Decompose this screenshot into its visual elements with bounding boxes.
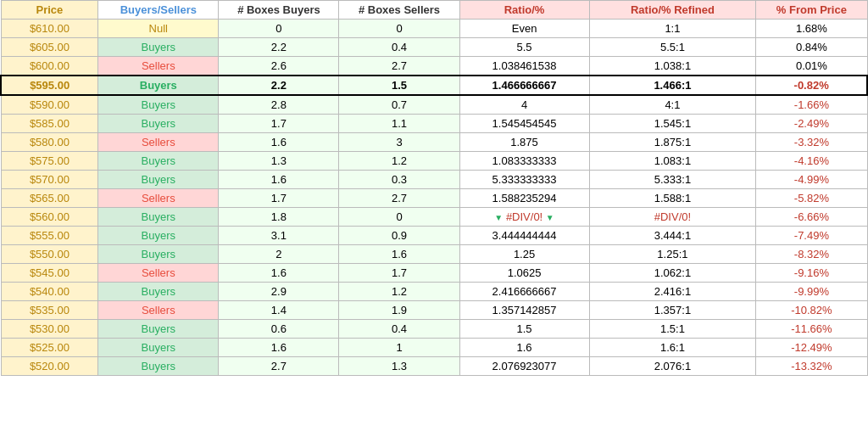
cell-buyers-sellers: Null bbox=[98, 20, 219, 38]
cell-boxes-sellers: 1 bbox=[339, 339, 459, 357]
cell-boxes-buyers: 1.6 bbox=[219, 171, 339, 189]
cell-boxes-sellers: 1.9 bbox=[339, 301, 459, 320]
cell-boxes-buyers: 1.6 bbox=[219, 339, 339, 357]
table-row: $555.00Buyers3.10.93.4444444443.444:1-7.… bbox=[1, 227, 867, 245]
cell-ratio: 2.416666667 bbox=[459, 283, 589, 301]
cell-from-price: -3.32% bbox=[756, 133, 867, 152]
cell-boxes-buyers: 1.3 bbox=[219, 152, 339, 171]
cell-buyers-sellers: Buyers bbox=[98, 38, 219, 57]
cell-price: $560.00 bbox=[1, 208, 98, 227]
table-row: $580.00Sellers1.631.8751.875:1-3.32% bbox=[1, 133, 867, 152]
cell-boxes-buyers: 3.1 bbox=[219, 227, 339, 245]
cell-from-price: 1.68% bbox=[756, 20, 867, 38]
table-row: $575.00Buyers1.31.21.0833333331.083:1-4.… bbox=[1, 152, 867, 171]
table-row: $540.00Buyers2.91.22.4166666672.416:1-9.… bbox=[1, 283, 867, 301]
cell-ratio-refined: 2.416:1 bbox=[589, 283, 756, 301]
cell-ratio-refined: 5.333:1 bbox=[589, 171, 756, 189]
cell-boxes-sellers: 0.4 bbox=[339, 320, 459, 339]
table-row: $565.00Sellers1.72.71.5882352941.588:1-5… bbox=[1, 189, 867, 208]
cell-ratio: 5.333333333 bbox=[459, 171, 589, 189]
table-row: $610.00Null00Even1:11.68% bbox=[1, 20, 867, 38]
cell-boxes-sellers: 1.6 bbox=[339, 245, 459, 264]
cell-ratio: 3.444444444 bbox=[459, 227, 589, 245]
div0-value: #DIV/0! bbox=[506, 210, 542, 223]
cell-ratio-refined: 1.5:1 bbox=[589, 320, 756, 339]
cell-from-price: -1.66% bbox=[756, 95, 867, 115]
cell-from-price: -7.49% bbox=[756, 227, 867, 245]
cell-ratio-refined: 1.466:1 bbox=[589, 76, 756, 95]
cell-buyers-sellers: Buyers bbox=[98, 320, 219, 339]
cell-boxes-sellers: 0.7 bbox=[339, 95, 459, 115]
header-ratio-refined: Ratio/% Refined bbox=[589, 1, 756, 20]
cell-boxes-sellers: 2.7 bbox=[339, 189, 459, 208]
cell-ratio-refined: 1:1 bbox=[589, 20, 756, 38]
cell-ratio-refined: 1.25:1 bbox=[589, 245, 756, 264]
cell-price: $580.00 bbox=[1, 133, 98, 152]
cell-buyers-sellers: Buyers bbox=[98, 283, 219, 301]
cell-from-price: -6.66% bbox=[756, 208, 867, 227]
cell-boxes-sellers: 0 bbox=[339, 20, 459, 38]
cell-ratio-refined: 1.083:1 bbox=[589, 152, 756, 171]
cell-price: $565.00 bbox=[1, 189, 98, 208]
cell-price: $545.00 bbox=[1, 264, 98, 283]
cell-from-price: -0.82% bbox=[756, 76, 867, 95]
cell-price: $585.00 bbox=[1, 115, 98, 133]
cell-ratio: 1.25 bbox=[459, 245, 589, 264]
cell-buyers-sellers: Buyers bbox=[98, 339, 219, 357]
cell-buyers-sellers: Sellers bbox=[98, 57, 219, 76]
cell-boxes-sellers: 0.3 bbox=[339, 171, 459, 189]
cell-from-price: -9.99% bbox=[756, 283, 867, 301]
cell-price: $520.00 bbox=[1, 357, 98, 376]
cell-price: $610.00 bbox=[1, 20, 98, 38]
div0-marker-right: ▼ bbox=[546, 213, 554, 222]
cell-boxes-buyers: 1.6 bbox=[219, 133, 339, 152]
cell-ratio-refined: 1.588:1 bbox=[589, 189, 756, 208]
cell-buyers-sellers: Buyers bbox=[98, 171, 219, 189]
cell-from-price: -8.32% bbox=[756, 245, 867, 264]
cell-buyers-sellers: Buyers bbox=[98, 152, 219, 171]
cell-ratio: 1.083333333 bbox=[459, 152, 589, 171]
cell-boxes-buyers: 0.6 bbox=[219, 320, 339, 339]
table-row: $590.00Buyers2.80.744:1-1.66% bbox=[1, 95, 867, 115]
cell-boxes-sellers: 1.3 bbox=[339, 357, 459, 376]
cell-buyers-sellers: Buyers bbox=[98, 208, 219, 227]
cell-price: $605.00 bbox=[1, 38, 98, 57]
cell-ratio-refined: 2.076:1 bbox=[589, 357, 756, 376]
header-boxes-buyers: # Boxes Buyers bbox=[219, 1, 339, 20]
cell-from-price: -2.49% bbox=[756, 115, 867, 133]
cell-boxes-sellers: 1.7 bbox=[339, 264, 459, 283]
cell-ratio-refined: 1.545:1 bbox=[589, 115, 756, 133]
header-buyers-sellers: Buyers/Sellers bbox=[98, 1, 219, 20]
table-row: $545.00Sellers1.61.71.06251.062:1-9.16% bbox=[1, 264, 867, 283]
cell-boxes-buyers: 2.9 bbox=[219, 283, 339, 301]
cell-from-price: -4.99% bbox=[756, 171, 867, 189]
header-boxes-sellers: # Boxes Sellers bbox=[339, 1, 459, 20]
cell-ratio: 2.076923077 bbox=[459, 357, 589, 376]
cell-boxes-buyers: 2.7 bbox=[219, 357, 339, 376]
cell-ratio-refined: 1.357:1 bbox=[589, 301, 756, 320]
main-table: Price Buyers/Sellers # Boxes Buyers # Bo… bbox=[0, 0, 868, 376]
cell-from-price: 0.01% bbox=[756, 57, 867, 76]
cell-ratio-refined: 1.062:1 bbox=[589, 264, 756, 283]
cell-from-price: 0.84% bbox=[756, 38, 867, 57]
cell-price: $550.00 bbox=[1, 245, 98, 264]
cell-buyers-sellers: Sellers bbox=[98, 264, 219, 283]
cell-price: $525.00 bbox=[1, 339, 98, 357]
cell-ratio-refined: 3.444:1 bbox=[589, 227, 756, 245]
table-row: $605.00Buyers2.20.45.55.5:10.84% bbox=[1, 38, 867, 57]
cell-buyers-sellers: Buyers bbox=[98, 245, 219, 264]
cell-boxes-buyers: 2.2 bbox=[219, 38, 339, 57]
cell-from-price: -5.82% bbox=[756, 189, 867, 208]
table-row: $530.00Buyers0.60.41.51.5:1-11.66% bbox=[1, 320, 867, 339]
cell-boxes-sellers: 1.1 bbox=[339, 115, 459, 133]
cell-boxes-buyers: 1.7 bbox=[219, 189, 339, 208]
table-row: $585.00Buyers1.71.11.5454545451.545:1-2.… bbox=[1, 115, 867, 133]
cell-from-price: -12.49% bbox=[756, 339, 867, 357]
cell-price: $570.00 bbox=[1, 171, 98, 189]
header-ratio: Ratio/% bbox=[459, 1, 589, 20]
header-from-price: % From Price bbox=[756, 1, 867, 20]
cell-boxes-buyers: 1.7 bbox=[219, 115, 339, 133]
cell-ratio: 1.875 bbox=[459, 133, 589, 152]
cell-boxes-buyers: 0 bbox=[219, 20, 339, 38]
cell-price: $540.00 bbox=[1, 283, 98, 301]
